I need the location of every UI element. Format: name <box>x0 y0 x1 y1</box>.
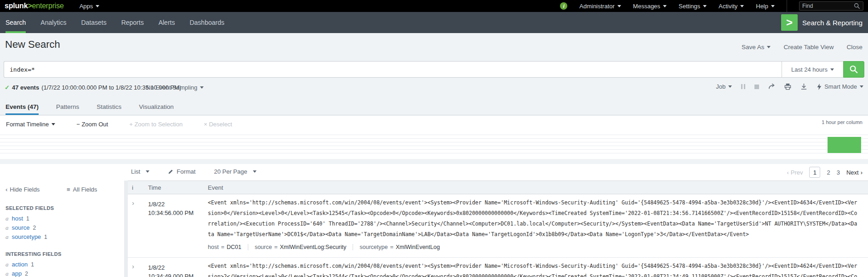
help-menu[interactable]: Help <box>756 3 775 10</box>
caret-down-icon <box>200 86 204 89</box>
field-kv-source[interactable]: source = XmlWinEventLog:Security <box>255 244 346 250</box>
event-line: <Event xmlns='http://schemas.microsoft.c… <box>208 198 868 208</box>
tab-visualization[interactable]: Visualization <box>139 99 174 115</box>
field-value: DC01 <box>227 244 241 250</box>
nav-item-analytics[interactable]: Analytics <box>40 12 66 33</box>
hide-fields-button[interactable]: ‹ Hide Fields <box>6 186 40 193</box>
expand-event-icon[interactable]: › <box>132 199 134 207</box>
nav-item-label: Dashboards <box>189 19 224 26</box>
timeline-toolbar: Format Timeline − Zoom Out + Zoom to Sel… <box>6 121 232 128</box>
tab-label: Visualization <box>139 103 174 110</box>
page-number-1[interactable]: 1 <box>809 167 820 178</box>
nav-item-datasets[interactable]: Datasets <box>81 12 106 33</box>
format-menu[interactable]: Format <box>168 168 195 175</box>
nav-item-reports[interactable]: Reports <box>121 12 144 33</box>
job-menu[interactable]: Job <box>716 83 732 90</box>
create-table-view-button[interactable]: Create Table View <box>783 44 834 51</box>
timeline-event-bar[interactable] <box>828 137 861 153</box>
nav-item-label: Reports <box>121 19 144 26</box>
field-item-app[interactable]: a app 2 <box>6 270 124 275</box>
splunk-logo[interactable]: splunk>enterprise <box>5 2 64 10</box>
find-input[interactable] <box>802 3 854 9</box>
logo-brand: splunk <box>5 2 28 10</box>
nav-item-alerts[interactable]: Alerts <box>159 12 175 33</box>
page-number-3[interactable]: 3 <box>837 169 840 176</box>
field-item-host[interactable]: a host 1 <box>6 215 124 220</box>
tab-label: Events (47) <box>6 103 39 110</box>
export-button[interactable] <box>800 83 807 90</box>
per-page-menu[interactable]: 20 Per Page <box>214 168 256 175</box>
list-view-menu[interactable]: List <box>131 168 149 175</box>
search-query-input[interactable] <box>4 66 782 73</box>
event-timestamp: 1/8/22 10:34:56.000 PM <box>148 200 194 217</box>
apps-menu[interactable]: Apps <box>80 3 100 10</box>
tab-patterns[interactable]: Patterns <box>56 99 79 115</box>
check-icon: ✓ <box>5 84 10 91</box>
field-count: 2 <box>33 225 36 231</box>
lightning-bolt-icon <box>817 84 822 90</box>
page-number-2[interactable]: 2 <box>827 169 830 176</box>
caret-down-icon <box>767 46 771 48</box>
print-button[interactable] <box>784 83 791 90</box>
caret-down-icon <box>703 5 707 7</box>
settings-menu[interactable]: Settings <box>679 3 707 10</box>
caret-down-icon <box>617 5 621 7</box>
timeline-panel: Format Timeline − Zoom Out + Zoom to Sel… <box>0 116 868 159</box>
events-table-header: i Time Event <box>128 181 868 194</box>
close-button[interactable]: Close <box>846 44 862 51</box>
time-range-picker[interactable]: Last 24 hours <box>782 61 843 78</box>
event-sampling-menu[interactable]: No Event Sampling <box>146 84 204 91</box>
list-icon: ≡ <box>67 186 70 193</box>
sidebar-divider <box>124 181 128 277</box>
info-column-header: i <box>132 184 133 191</box>
search-icon[interactable] <box>854 3 860 9</box>
timeline-scale-note: 1 hour per column <box>822 119 862 125</box>
format-label: Format <box>177 168 195 175</box>
search-mode-menu[interactable]: Smart Mode <box>817 83 863 90</box>
administrator-menu-label: Administrator <box>579 3 615 10</box>
administrator-menu[interactable]: Administrator <box>579 3 621 10</box>
nav-item-label: Datasets <box>81 19 106 26</box>
zoom-out-button[interactable]: − Zoom Out <box>76 121 108 128</box>
messages-menu[interactable]: Messages <box>633 3 667 10</box>
all-fields-button[interactable]: ≡ All Fields <box>67 186 97 193</box>
event-column-header: Event <box>208 184 223 191</box>
pause-job-button[interactable] <box>741 84 745 89</box>
search-button[interactable] <box>843 61 864 78</box>
app-badge[interactable]: > Search & Reporting <box>781 12 862 33</box>
field-item-action[interactable]: a action 1 <box>6 261 124 266</box>
event-row: › 1/8/22 10:34:49.000 PM <Event xmlns='h… <box>128 257 868 277</box>
activity-menu-label: Activity <box>719 3 737 10</box>
help-menu-label: Help <box>756 3 768 10</box>
field-item-source[interactable]: a source 2 <box>6 224 124 229</box>
caret-down-icon <box>771 5 775 7</box>
create-table-view-label: Create Table View <box>783 44 834 51</box>
save-as-button[interactable]: Save As <box>742 44 771 51</box>
event-line: sion>2</Version><Level>0</Level><Task>12… <box>208 271 868 277</box>
equals-sign: = <box>221 244 224 250</box>
next-page-button[interactable]: Next › <box>846 169 862 176</box>
fields-sidebar-header: ‹ Hide Fields ≡ All Fields <box>6 185 124 193</box>
info-icon[interactable]: i <box>560 2 567 10</box>
activity-menu[interactable]: Activity <box>719 3 744 10</box>
event-date: 1/8/22 <box>148 200 194 209</box>
expand-event-icon[interactable]: › <box>132 262 134 270</box>
field-item-sourcetype[interactable]: a sourcetype 1 <box>6 233 124 238</box>
zoom-to-selection-button[interactable]: + Zoom to Selection <box>129 121 183 128</box>
nav-item-dashboards[interactable]: Dashboards <box>189 12 224 33</box>
nav-item-search[interactable]: Search <box>6 12 26 33</box>
stop-job-button[interactable] <box>754 85 759 89</box>
tab-events[interactable]: Events (47) <box>6 99 39 115</box>
interesting-fields-header: INTERESTING FIELDS <box>6 251 124 257</box>
messages-menu-label: Messages <box>633 3 660 10</box>
field-kv-host[interactable]: host = DC01 <box>208 244 241 250</box>
deselect-button[interactable]: × Deselect <box>204 121 232 128</box>
tab-statistics[interactable]: Statistics <box>97 99 121 115</box>
field-kv-sourcetype[interactable]: sourcetype = XmlWinEventLog <box>360 244 440 250</box>
field-key: source <box>255 244 272 250</box>
format-timeline-menu[interactable]: Format Timeline <box>6 121 55 128</box>
share-job-button[interactable] <box>768 83 775 90</box>
settings-menu-label: Settings <box>679 3 700 10</box>
prev-page-button[interactable]: ‹ Prev <box>787 169 803 176</box>
nav-item-label: Analytics <box>40 19 66 26</box>
